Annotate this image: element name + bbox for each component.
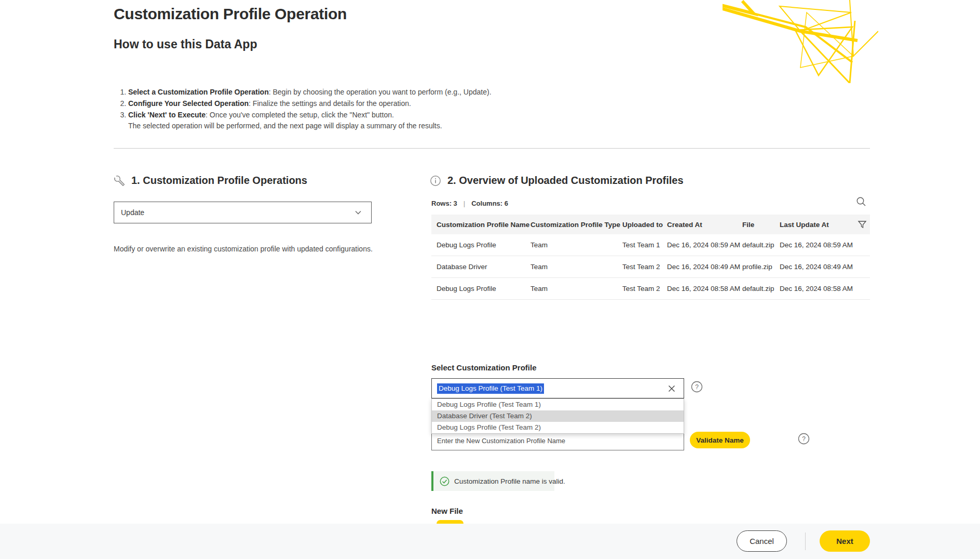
- instruction-step-1: Select a Customization Profile Operation…: [128, 86, 492, 98]
- table-cell: Dec 16, 2024 08:59 AM: [667, 241, 742, 249]
- table-header-cell: Customization Profile Type: [530, 221, 622, 229]
- triangle-decoration: [723, 0, 878, 83]
- help-icon-name[interactable]: ?: [798, 433, 810, 445]
- table-row[interactable]: Debug Logs ProfileTeamTest Team 2Dec 16,…: [431, 278, 870, 300]
- section2-heading: 2. Overview of Uploaded Customization Pr…: [430, 175, 684, 187]
- table-header-cell: Uploaded to: [622, 221, 667, 229]
- table-cell: Test Team 2: [622, 285, 667, 292]
- table-header-cell: Customization Profile Name: [437, 221, 530, 229]
- table-cell: default.zip: [742, 241, 780, 249]
- footer-separator: [805, 533, 806, 550]
- section1-title: 1. Customization Profile Operations: [131, 175, 307, 187]
- table-cell: Test Team 1: [622, 241, 667, 249]
- select-profile-label: Select Customization Profile: [431, 363, 537, 372]
- svg-text:?: ?: [695, 383, 699, 391]
- profiles-table: Customization Profile NameCustomization …: [431, 215, 870, 300]
- instructions: Select a Customization Profile Operation…: [118, 86, 492, 131]
- operation-select[interactable]: Update: [114, 202, 372, 223]
- table-cell: Dec 16, 2024 08:49 AM: [667, 263, 742, 271]
- dropdown-option[interactable]: Debug Logs Profile (Test Team 1): [432, 399, 684, 410]
- table-cell: Debug Logs Profile: [437, 241, 530, 249]
- table-meta: Rows: 3 | Columns: 6: [431, 197, 870, 209]
- table-cell: Dec 16, 2024 08:49 AM: [780, 263, 854, 271]
- table-header-row: Customization Profile NameCustomization …: [431, 215, 870, 234]
- table-cell: Team: [530, 285, 622, 292]
- table-cell: profile.zip: [742, 263, 780, 271]
- instruction-step-3: Click 'Next' to Execute: Once you've com…: [128, 109, 492, 121]
- table-cell: default.zip: [742, 285, 780, 292]
- instruction-step-2: Configure Your Selected Operation: Final…: [128, 98, 492, 109]
- table-row[interactable]: Database DriverTeamTest Team 2Dec 16, 20…: [431, 256, 870, 278]
- validation-success-message: Customization Profile name is valid.: [431, 471, 554, 491]
- new-profile-name-input[interactable]: [431, 431, 684, 450]
- rows-count: Rows: 3: [431, 199, 457, 207]
- svg-text:?: ?: [802, 435, 806, 443]
- next-button[interactable]: Next: [820, 530, 870, 552]
- table-row[interactable]: Debug Logs ProfileTeamTest Team 1Dec 16,…: [431, 234, 870, 256]
- footer-bar: Cancel Next: [0, 524, 980, 559]
- table-header-cell: File: [742, 221, 780, 229]
- page-title: Customization Profile Operation: [114, 5, 347, 23]
- columns-count: Columns: 6: [471, 199, 508, 207]
- profile-combobox[interactable]: Debug Logs Profile (Test Team 1): [431, 378, 684, 398]
- table-cell: Dec 16, 2024 08:58 AM: [780, 285, 854, 292]
- table-header-cell: Last Update At: [780, 221, 854, 229]
- cancel-button[interactable]: Cancel: [737, 530, 787, 552]
- dropdown-option[interactable]: Database Driver (Test Team 2): [432, 410, 684, 422]
- filter-icon[interactable]: [857, 220, 867, 229]
- table-header-cell: Created At: [667, 221, 742, 229]
- page-subtitle: How to use this Data App: [114, 37, 257, 51]
- section1-heading: 1. Customization Profile Operations: [114, 175, 307, 187]
- table-cell: Team: [530, 263, 622, 271]
- table-cell: Dec 16, 2024 08:58 AM: [667, 285, 742, 292]
- section-divider: [114, 148, 870, 149]
- info-icon: [430, 175, 441, 187]
- clear-icon[interactable]: [667, 384, 676, 393]
- table-cell: Dec 16, 2024 08:59 AM: [780, 241, 854, 249]
- check-circle-icon: [440, 476, 450, 486]
- validate-name-button[interactable]: Validate Name: [690, 432, 750, 448]
- table-cell: Test Team 2: [622, 263, 667, 271]
- table-cell: Team: [530, 241, 622, 249]
- help-icon-profile[interactable]: ?: [691, 381, 703, 393]
- dropdown-option[interactable]: Debug Logs Profile (Test Team 2): [432, 422, 684, 433]
- operation-description: Modify or overwrite an existing customiz…: [114, 245, 373, 253]
- profile-dropdown-list: Debug Logs Profile (Test Team 1)Database…: [431, 398, 684, 434]
- search-icon[interactable]: [855, 196, 867, 207]
- instruction-note: The selected operation will be performed…: [128, 121, 492, 131]
- operation-select-value: Update: [121, 208, 144, 217]
- validation-message-text: Customization Profile name is valid.: [454, 477, 565, 485]
- new-file-label: New File: [431, 507, 463, 515]
- chevron-down-icon: [353, 208, 363, 217]
- section2-title: 2. Overview of Uploaded Customization Pr…: [447, 175, 684, 187]
- table-cell: Database Driver: [437, 263, 530, 271]
- wrench-icon: [114, 175, 125, 187]
- table-cell: Debug Logs Profile: [437, 285, 530, 292]
- combobox-value: Debug Logs Profile (Test Team 1): [437, 383, 544, 394]
